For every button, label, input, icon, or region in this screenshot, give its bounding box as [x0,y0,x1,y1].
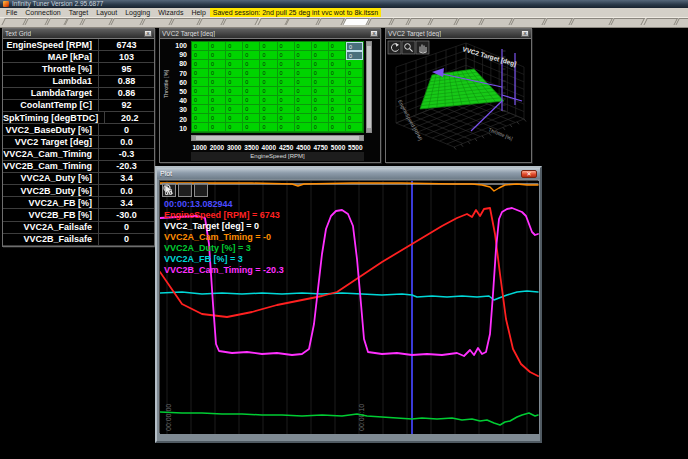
table-cell[interactable]: 0 [209,87,226,96]
table-cell[interactable]: 0 [243,114,260,123]
table-cell[interactable]: 0 [260,78,277,87]
table-cell[interactable]: 0 [295,114,312,123]
tab-tuning[interactable]: Tuning [543,18,573,25]
table-cell[interactable]: 0 [278,123,295,132]
close-icon[interactable]: ✕ [521,170,537,178]
table-cell[interactable]: 0 [243,123,260,132]
table-cell[interactable]: 0 [260,42,277,51]
table-cell[interactable]: 0 [329,87,346,96]
plot-titlebar[interactable]: Plot ✕ [157,168,540,179]
table-cell[interactable]: 0 [260,105,277,114]
table-cell[interactable]: 0 [243,60,260,69]
table-cell[interactable]: 0 [278,78,295,87]
table-cell[interactable]: 0 [329,105,346,114]
table-cell[interactable]: 0 [346,60,363,69]
table-window-titlebar[interactable]: VVC2 Target [deg] x [160,29,380,39]
tab-dbw[interactable]: DBW [367,18,393,25]
tab-vvc1[interactable]: VVC1 [317,18,345,25]
table-cell[interactable]: 0 [192,78,209,87]
menu-item-file[interactable]: File [2,8,21,17]
close-icon[interactable]: x [521,30,529,37]
table-cell[interactable]: 0 [295,96,312,105]
table-cell[interactable]: 0 [329,42,346,51]
table-cell[interactable]: 0 [278,42,295,51]
table-cell[interactable]: 0 [192,123,209,132]
cursor-tool-button[interactable] [194,183,208,197]
table-cell[interactable]: 0 [312,123,329,132]
table-cell[interactable]: 0 [295,78,312,87]
table-cell[interactable]: 0 [260,60,277,69]
plot-area[interactable]: 00:00:0000:00:10 [159,180,538,433]
table-cell[interactable]: 0 [209,60,226,69]
table-cell[interactable]: 0 [295,60,312,69]
tab-dash[interactable]: Dash [1,18,27,25]
tab-inputs[interactable]: Inputs [455,18,483,25]
table-cell[interactable]: 0 [209,69,226,78]
table-cell[interactable]: 0 [226,42,243,51]
table-cell[interactable]: 0 [312,87,329,96]
table-row[interactable]: VVC2_BaseDuty [%]0 [3,124,154,136]
table-cell[interactable]: 0 [260,114,277,123]
table-cell[interactable]: 0 [278,51,295,60]
table-cell[interactable]: 0 [312,60,329,69]
table-cell[interactable]: 0 [192,42,209,51]
pan-tool-button[interactable] [178,183,192,197]
table-row[interactable]: VVC2A_Failsafe0 [3,222,154,234]
table-cell[interactable]: 0 [243,105,260,114]
table-cell[interactable]: 0 [192,105,209,114]
tab-knock[interactable]: Knock [429,18,458,25]
tab-injector[interactable]: Injector [81,18,113,25]
table-cell[interactable]: 0 [295,87,312,96]
tab-diagnostics[interactable]: Diagnostics [570,18,613,25]
table-cell[interactable]: 0 [209,51,226,60]
table-row[interactable]: Throttle [%]95 [3,63,154,75]
table-cell[interactable]: 0 [295,105,312,114]
table-cell[interactable]: 0 [192,87,209,96]
table-cell[interactable]: 0 [278,87,295,96]
table-vertical-scrollbar[interactable] [366,41,372,133]
table-cell[interactable]: 0 [278,60,295,69]
table-row[interactable]: CoolantTemp [C]92 [3,100,154,112]
table-cell[interactable]: 0 [278,105,295,114]
tab-outputs2[interactable]: Outputs2 [510,18,546,25]
table-cell[interactable]: 0 [209,123,226,132]
table-cell[interactable]: 0 [243,69,260,78]
close-icon[interactable]: x [370,30,378,37]
table-cell[interactable]: 0 [226,114,243,123]
table-row[interactable]: VVC2B_Failsafe0 [3,234,154,246]
table-cell[interactable]: 0 [346,51,363,60]
table-cell[interactable]: 0 [329,60,346,69]
table-cell[interactable]: 0 [295,51,312,60]
menu-item-logging[interactable]: Logging [121,8,154,17]
table-cell[interactable]: 0 [260,87,277,96]
table-cell[interactable]: 0 [329,96,346,105]
table-cell[interactable]: 0 [346,105,363,114]
table-row[interactable]: VVC2 Target [deg]0.0 [3,136,154,148]
tab-ignmap[interactable]: IgnMap [141,18,173,25]
table-cell[interactable]: 0 [209,96,226,105]
table-row[interactable]: Lambda10.88 [3,76,154,88]
table-cell[interactable]: 0 [346,96,363,105]
table-cell[interactable]: 0 [346,114,363,123]
window-titlebar[interactable]: Infinity Tuner Version 2.95.6877 [0,0,688,8]
table-cell[interactable]: 0 [329,51,346,60]
table-cell[interactable]: 0 [243,87,260,96]
rotate-tool-button[interactable] [388,41,401,54]
surface-3d-canvas[interactable]: VVC2 Target [deg]Throttle [%]EngineSpeed… [386,39,531,162]
text-grid-titlebar[interactable]: Text Grid x [3,29,154,39]
table-cell[interactable]: 0 [226,69,243,78]
menu-item-target[interactable]: Target [65,8,92,17]
table-cell[interactable]: 0 [260,51,277,60]
table-cell[interactable]: 0 [243,42,260,51]
table-cell[interactable]: 0 [329,69,346,78]
table-cell[interactable]: 0 [209,105,226,114]
table-cell[interactable]: 0 [243,78,260,87]
table-cell[interactable]: 0 [346,123,363,132]
table-cell[interactable]: 0 [295,69,312,78]
magnifier-tool-button[interactable] [402,41,415,54]
table-cell[interactable]: 0 [346,42,363,51]
table-cell[interactable]: 0 [278,114,295,123]
table-cell[interactable]: 0 [226,105,243,114]
table-cell[interactable]: 0 [312,105,329,114]
table-row[interactable]: EngineSpeed [RPM]6743 [3,39,154,51]
